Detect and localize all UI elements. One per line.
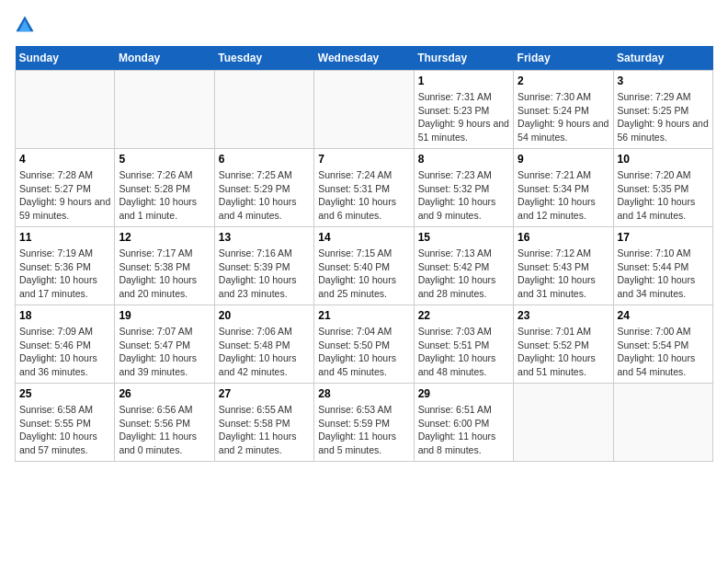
day-info: Sunrise: 7:21 AM Sunset: 5:34 PM Dayligh… [518,168,609,223]
day-number: 13 [219,231,310,244]
day-info: Sunrise: 7:04 AM Sunset: 5:50 PM Dayligh… [318,325,409,379]
day-info: Sunrise: 7:03 AM Sunset: 5:51 PM Dayligh… [418,325,509,379]
day-number: 21 [318,309,409,322]
day-number: 18 [19,309,110,322]
day-info: Sunrise: 7:16 AM Sunset: 5:39 PM Dayligh… [219,247,310,301]
calendar-cell: 9Sunrise: 7:21 AM Sunset: 5:34 PM Daylig… [514,149,613,227]
calendar-cell: 10Sunrise: 7:20 AM Sunset: 5:35 PM Dayli… [613,149,712,227]
day-info: Sunrise: 7:19 AM Sunset: 5:36 PM Dayligh… [19,247,110,301]
day-number: 25 [19,387,110,400]
day-info: Sunrise: 7:07 AM Sunset: 5:47 PM Dayligh… [119,325,210,379]
calendar-cell: 14Sunrise: 7:15 AM Sunset: 5:40 PM Dayli… [314,227,414,305]
day-number: 17 [618,231,709,244]
day-number: 20 [219,309,310,322]
day-number: 24 [618,309,709,322]
calendar-cell: 17Sunrise: 7:10 AM Sunset: 5:44 PM Dayli… [613,227,712,305]
day-info: Sunrise: 7:01 AM Sunset: 5:52 PM Dayligh… [518,325,609,379]
calendar-cell: 18Sunrise: 7:09 AM Sunset: 5:46 PM Dayli… [16,305,115,384]
day-info: Sunrise: 7:20 AM Sunset: 5:35 PM Dayligh… [618,168,709,223]
day-number: 9 [518,153,609,166]
day-number: 27 [219,387,310,400]
day-of-week-header: Sunday [16,46,115,71]
calendar-cell [314,71,414,149]
day-info: Sunrise: 7:10 AM Sunset: 5:44 PM Dayligh… [618,247,709,301]
calendar-week-row: 4Sunrise: 7:28 AM Sunset: 5:27 PM Daylig… [16,149,713,227]
day-number: 10 [618,153,709,166]
calendar-table: SundayMondayTuesdayWednesdayThursdayFrid… [15,46,713,462]
day-number: 7 [318,153,409,166]
day-info: Sunrise: 7:13 AM Sunset: 5:42 PM Dayligh… [418,247,509,301]
day-info: Sunrise: 7:24 AM Sunset: 5:31 PM Dayligh… [318,168,409,223]
calendar-week-row: 11Sunrise: 7:19 AM Sunset: 5:36 PM Dayli… [16,227,713,305]
day-number: 19 [119,309,210,322]
day-of-week-header: Wednesday [314,46,414,71]
calendar-cell [613,384,712,462]
day-of-week-header: Tuesday [214,46,313,71]
day-number: 4 [19,153,110,166]
calendar-cell: 7Sunrise: 7:24 AM Sunset: 5:31 PM Daylig… [314,149,414,227]
calendar-cell: 21Sunrise: 7:04 AM Sunset: 5:50 PM Dayli… [314,305,414,384]
day-info: Sunrise: 6:56 AM Sunset: 5:56 PM Dayligh… [119,403,210,457]
day-number: 23 [518,309,609,322]
calendar-cell: 8Sunrise: 7:23 AM Sunset: 5:32 PM Daylig… [414,149,513,227]
calendar-cell: 28Sunrise: 6:53 AM Sunset: 5:59 PM Dayli… [314,384,414,462]
calendar-cell: 24Sunrise: 7:00 AM Sunset: 5:54 PM Dayli… [613,305,712,384]
day-number: 16 [518,231,609,244]
day-info: Sunrise: 7:17 AM Sunset: 5:38 PM Dayligh… [119,247,210,301]
calendar-cell [16,71,115,149]
calendar-cell: 13Sunrise: 7:16 AM Sunset: 5:39 PM Dayli… [214,227,313,305]
day-number: 14 [318,231,409,244]
day-info: Sunrise: 6:51 AM Sunset: 6:00 PM Dayligh… [418,403,509,457]
calendar-cell [214,71,313,149]
day-info: Sunrise: 6:53 AM Sunset: 5:59 PM Dayligh… [318,403,409,457]
day-of-week-header: Thursday [414,46,513,71]
day-number: 11 [19,231,110,244]
day-number: 29 [418,387,509,400]
calendar-cell: 15Sunrise: 7:13 AM Sunset: 5:42 PM Dayli… [414,227,513,305]
day-of-week-header: Monday [115,46,214,71]
day-info: Sunrise: 7:09 AM Sunset: 5:46 PM Dayligh… [19,325,110,379]
day-info: Sunrise: 7:23 AM Sunset: 5:32 PM Dayligh… [418,168,509,223]
calendar-week-row: 1Sunrise: 7:31 AM Sunset: 5:23 PM Daylig… [16,71,713,149]
day-number: 2 [518,75,609,87]
calendar-cell: 20Sunrise: 7:06 AM Sunset: 5:48 PM Dayli… [214,305,313,384]
day-info: Sunrise: 6:55 AM Sunset: 5:58 PM Dayligh… [219,403,310,457]
header [15,15,713,35]
calendar-cell: 3Sunrise: 7:29 AM Sunset: 5:25 PM Daylig… [613,71,712,149]
day-of-week-header: Friday [514,46,613,71]
calendar-cell [514,384,613,462]
day-info: Sunrise: 7:26 AM Sunset: 5:28 PM Dayligh… [119,168,210,223]
calendar-cell: 22Sunrise: 7:03 AM Sunset: 5:51 PM Dayli… [414,305,513,384]
header-row: SundayMondayTuesdayWednesdayThursdayFrid… [16,46,713,71]
day-info: Sunrise: 7:30 AM Sunset: 5:24 PM Dayligh… [518,90,609,144]
calendar-cell: 12Sunrise: 7:17 AM Sunset: 5:38 PM Dayli… [115,227,214,305]
day-info: Sunrise: 7:00 AM Sunset: 5:54 PM Dayligh… [618,325,709,379]
day-number: 15 [418,231,509,244]
day-number: 5 [119,153,210,166]
logo [15,15,39,35]
calendar-cell: 1Sunrise: 7:31 AM Sunset: 5:23 PM Daylig… [414,71,513,149]
calendar-cell: 11Sunrise: 7:19 AM Sunset: 5:36 PM Dayli… [16,227,115,305]
calendar-cell: 26Sunrise: 6:56 AM Sunset: 5:56 PM Dayli… [115,384,214,462]
day-number: 26 [119,387,210,400]
day-number: 28 [318,387,409,400]
calendar-cell: 27Sunrise: 6:55 AM Sunset: 5:58 PM Dayli… [214,384,313,462]
day-info: Sunrise: 7:06 AM Sunset: 5:48 PM Dayligh… [219,325,310,379]
day-number: 8 [418,153,509,166]
day-info: Sunrise: 7:15 AM Sunset: 5:40 PM Dayligh… [318,247,409,301]
calendar-cell: 19Sunrise: 7:07 AM Sunset: 5:47 PM Dayli… [115,305,214,384]
day-number: 22 [418,309,509,322]
calendar-cell: 29Sunrise: 6:51 AM Sunset: 6:00 PM Dayli… [414,384,513,462]
day-info: Sunrise: 7:12 AM Sunset: 5:43 PM Dayligh… [518,247,609,301]
calendar-cell: 23Sunrise: 7:01 AM Sunset: 5:52 PM Dayli… [514,305,613,384]
logo-icon [15,15,35,35]
calendar-cell: 5Sunrise: 7:26 AM Sunset: 5:28 PM Daylig… [115,149,214,227]
day-info: Sunrise: 7:28 AM Sunset: 5:27 PM Dayligh… [19,168,110,223]
calendar-week-row: 25Sunrise: 6:58 AM Sunset: 5:55 PM Dayli… [16,384,713,462]
day-info: Sunrise: 7:25 AM Sunset: 5:29 PM Dayligh… [219,168,310,223]
calendar-cell [115,71,214,149]
calendar-cell: 25Sunrise: 6:58 AM Sunset: 5:55 PM Dayli… [16,384,115,462]
day-number: 6 [219,153,310,166]
calendar-cell: 4Sunrise: 7:28 AM Sunset: 5:27 PM Daylig… [16,149,115,227]
day-info: Sunrise: 7:29 AM Sunset: 5:25 PM Dayligh… [618,90,709,144]
